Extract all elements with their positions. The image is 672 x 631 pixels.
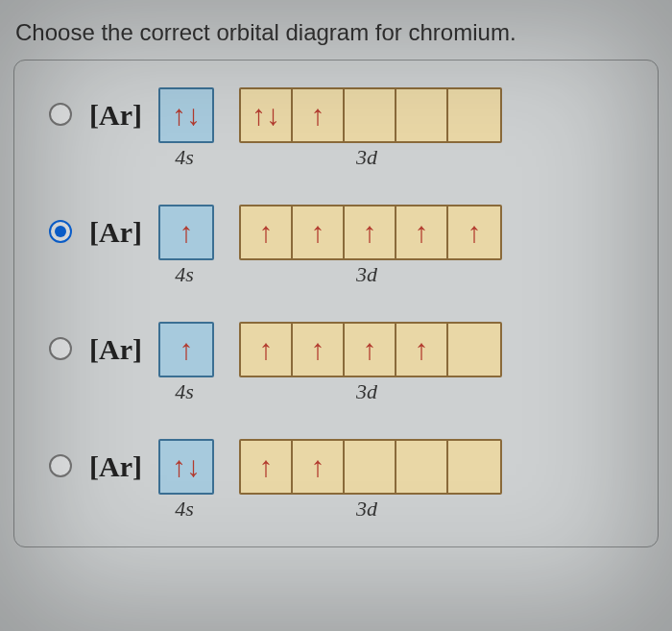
- core-label: [Ar]: [89, 333, 158, 366]
- orbital-box: ↑: [396, 324, 448, 376]
- orbital-box: ↑: [345, 206, 396, 258]
- subshell-labels: 4s 3d: [89, 379, 502, 404]
- label-3d: 3d: [235, 262, 498, 287]
- radio-wrap: [32, 322, 89, 364]
- config-top: [Ar] ↑ ↑ ↑ ↑ ↑: [89, 322, 502, 377]
- radio-icon[interactable]: [49, 337, 72, 360]
- orbital-box: [448, 89, 500, 141]
- d-orbital: ↑ ↑ ↑ ↑: [239, 322, 502, 377]
- orbital-box: ↑: [293, 324, 345, 376]
- d-orbital: ↑ ↑: [239, 439, 502, 495]
- s-orbital: ↑↓: [158, 439, 214, 495]
- label-4s: 4s: [158, 262, 210, 287]
- d-orbital: ↑ ↑ ↑ ↑ ↑: [239, 205, 502, 260]
- label-4s: 4s: [158, 497, 210, 522]
- orbital-box: ↑: [345, 324, 396, 376]
- d-orbital: ↑↓ ↑: [239, 87, 502, 143]
- radio-wrap: [32, 205, 89, 247]
- radio-wrap: [32, 439, 89, 481]
- option-c[interactable]: [Ar] ↑ ↑ ↑ ↑ ↑ 4s 3d: [32, 322, 640, 404]
- orbital-box: [396, 89, 448, 141]
- config-a: [Ar] ↑↓ ↑↓ ↑ 4s 3d: [89, 87, 502, 170]
- radio-icon[interactable]: [49, 103, 72, 126]
- orbital-box: ↑: [293, 206, 345, 258]
- core-label: [Ar]: [89, 99, 158, 132]
- radio-icon[interactable]: [49, 454, 72, 477]
- options-container: [Ar] ↑↓ ↑↓ ↑ 4s 3d: [13, 60, 659, 547]
- config-c: [Ar] ↑ ↑ ↑ ↑ ↑ 4s 3d: [89, 322, 502, 404]
- core-label: [Ar]: [89, 216, 158, 249]
- orbital-box: ↑: [241, 324, 293, 376]
- config-d: [Ar] ↑↓ ↑ ↑ 4s 3d: [89, 439, 502, 522]
- config-top: [Ar] ↑ ↑ ↑ ↑ ↑ ↑: [89, 205, 502, 260]
- orbital-box: ↑↓: [241, 89, 293, 141]
- s-orbital: ↑↓: [158, 87, 214, 143]
- orbital-box: ↑: [241, 441, 293, 493]
- option-a[interactable]: [Ar] ↑↓ ↑↓ ↑ 4s 3d: [32, 87, 640, 170]
- orbital-box: ↑: [448, 206, 500, 258]
- orbital-box: ↑: [241, 206, 293, 258]
- core-label: [Ar]: [89, 450, 158, 483]
- orbital-box: ↑: [160, 206, 212, 258]
- label-3d: 3d: [235, 497, 498, 522]
- option-d[interactable]: [Ar] ↑↓ ↑ ↑ 4s 3d: [32, 439, 640, 522]
- orbital-box: ↑↓: [160, 89, 212, 141]
- orbital-box: [448, 441, 500, 493]
- radio-wrap: [32, 87, 89, 130]
- s-orbital: ↑: [158, 205, 214, 260]
- orbital-box: ↑: [293, 89, 345, 141]
- label-4s: 4s: [158, 379, 210, 404]
- radio-icon[interactable]: [49, 220, 72, 243]
- orbital-box: ↑: [293, 441, 345, 493]
- subshell-labels: 4s 3d: [89, 497, 502, 522]
- orbital-box: [345, 441, 396, 493]
- option-b[interactable]: [Ar] ↑ ↑ ↑ ↑ ↑ ↑ 4s 3d: [32, 205, 640, 287]
- orbital-box: ↑: [160, 324, 212, 376]
- orbital-box: [448, 324, 500, 376]
- label-4s: 4s: [158, 145, 210, 170]
- subshell-labels: 4s 3d: [89, 262, 502, 287]
- label-3d: 3d: [235, 145, 498, 170]
- orbital-box: [345, 89, 396, 141]
- orbital-box: ↑: [396, 206, 448, 258]
- subshell-labels: 4s 3d: [89, 145, 502, 170]
- label-3d: 3d: [235, 379, 498, 404]
- orbital-box: ↑↓: [160, 441, 212, 493]
- config-b: [Ar] ↑ ↑ ↑ ↑ ↑ ↑ 4s 3d: [89, 205, 502, 287]
- config-top: [Ar] ↑↓ ↑↓ ↑: [89, 87, 502, 143]
- page: Choose the correct orbital diagram for c…: [0, 0, 672, 631]
- orbital-box: [396, 441, 448, 493]
- s-orbital: ↑: [158, 322, 214, 377]
- question-text: Choose the correct orbital diagram for c…: [15, 19, 657, 46]
- config-top: [Ar] ↑↓ ↑ ↑: [89, 439, 502, 495]
